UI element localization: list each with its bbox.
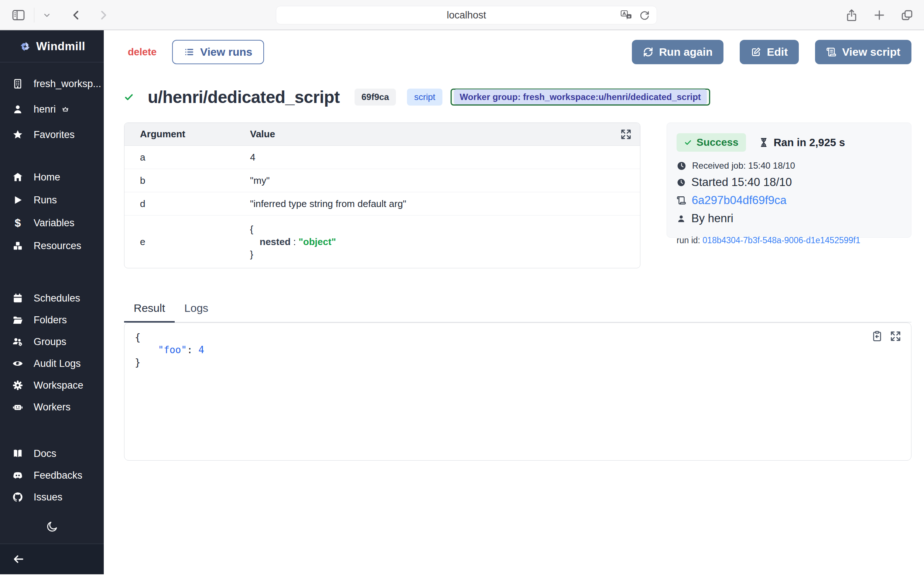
view-runs-label: View runs [200,46,252,58]
json-entry: "foo": 4 [135,344,901,356]
column-value: Value [250,129,275,140]
star-icon [12,129,23,140]
url-bar-icons [620,6,650,24]
started-row: Started 15:40 18/10 [677,176,902,189]
issues-label: Issues [33,492,62,503]
folder-icon [12,315,23,326]
delete-button[interactable]: delete [128,46,156,58]
run-id-link[interactable]: 018b4304-7b3f-548a-9006-d1e1452599f1 [703,235,860,245]
audit-logs-label: Audit Logs [33,358,81,369]
arg-value: "inferred type string from default arg" [250,198,406,210]
sidebar-item-user[interactable]: henri [0,99,104,119]
back-icon[interactable] [70,9,82,21]
list-icon [184,47,194,57]
expand-result-icon[interactable] [890,330,902,342]
translate-icon[interactable] [620,10,633,21]
play-icon [12,194,23,206]
sidebar-item-workers[interactable]: Workers [0,397,104,418]
sidebar-item-resources[interactable]: Resources [0,235,104,256]
arg-name: e [124,236,250,248]
copy-to-clipboard-icon[interactable] [871,330,883,342]
run-info-panel: Success Ran in 2,925 s Received job: 15:… [667,122,911,238]
arg-value: "my" [250,175,269,186]
tab-overview-icon[interactable] [900,8,914,22]
json-open: { [135,331,901,344]
sidebar-item-audit-logs[interactable]: Audit Logs [0,353,104,374]
table-row: d "inferred type string from default arg… [124,192,640,216]
table-row: b "my" [124,169,640,192]
edit-pencil-icon [751,47,761,57]
windmill-logo[interactable]: Windmill [0,36,104,57]
run-toolbar: delete View runs [128,40,264,64]
script-kind-badge: script [407,89,442,106]
collapse-sidebar-icon[interactable] [12,553,25,565]
edit-button[interactable]: Edit [740,40,799,64]
boxes-icon [12,240,23,251]
sidebar-item-feedbacks[interactable]: Feedbacks [0,465,104,486]
tab-logs[interactable]: Logs [175,297,218,322]
arg-name: b [124,175,250,186]
reload-icon[interactable] [639,10,650,21]
user-icon [12,104,23,115]
sidebar-item-runs[interactable]: Runs [0,190,104,210]
building-icon [12,78,23,89]
arg-name: d [124,198,250,210]
docs-label: Docs [33,448,56,459]
sidebar-item-variables[interactable]: $ Variables [0,213,104,233]
arg-value: 4 [250,152,255,163]
new-tab-icon[interactable] [873,9,886,21]
sidebar-item-favorites[interactable]: Favorites [0,124,104,145]
sidebar-item-home[interactable]: Home [0,167,104,187]
sidebar-footer [0,544,104,574]
dollar-icon: $ [12,217,23,229]
chevron-down-icon[interactable] [43,11,51,19]
browser-chrome: localhost [0,0,924,30]
run-again-label: Run again [659,46,712,58]
feedbacks-label: Feedbacks [33,470,82,481]
run-by-row: By henri [677,212,902,225]
refresh-icon [643,47,653,57]
sidebar-item-groups[interactable]: Groups [0,331,104,352]
column-argument: Argument [124,129,250,140]
run-id-label: run id: [677,235,700,245]
workers-label: Workers [33,402,70,413]
windmill-logo-text: Windmill [36,40,85,53]
home-icon [12,172,23,183]
expand-table-icon[interactable] [620,129,632,140]
share-icon[interactable] [845,8,858,22]
sidebar-divider-top [0,62,104,62]
script-hash-link[interactable]: 6a297b04df69f9ca [692,194,787,207]
sidebar-item-issues[interactable]: Issues [0,487,104,507]
sidebar-item-schedules[interactable]: Schedules [0,288,104,308]
action-buttons: Run again Edit [632,40,911,64]
moon-icon [46,520,58,533]
check-icon [684,138,692,146]
tab-result[interactable]: Result [124,297,175,322]
object-open: { [250,223,336,235]
result-box-actions [871,330,902,342]
sidebar-item-workspace[interactable]: fresh_worksp... [0,73,104,94]
sidebar-item-workspace-settings[interactable]: Workspace [0,375,104,396]
sidebar-item-folders[interactable]: Folders [0,310,104,330]
eye-icon [12,358,23,369]
sidebar-toggle-icon[interactable] [11,8,26,22]
user-icon [677,214,686,223]
view-script-button[interactable]: View script [815,40,911,64]
run-id-row: run id: 018b4304-7b3f-548a-9006-d1e14525… [677,235,902,245]
workspace-label: fresh_worksp... [33,78,101,90]
edit-label: Edit [767,46,788,58]
calendar-icon [12,293,23,304]
forward-icon[interactable] [97,9,110,21]
scroll-icon [826,47,836,57]
user-label: henri [33,104,56,115]
schedules-label: Schedules [33,293,80,304]
page-title: u/henri/dedicated_script [148,87,340,107]
windmill-logo-icon [19,40,32,53]
view-runs-button[interactable]: View runs [172,40,264,64]
theme-toggle[interactable] [0,520,104,533]
sidebar-item-docs[interactable]: Docs [0,443,104,464]
run-again-button[interactable]: Run again [632,40,723,64]
table-row: e { nested : "object" } [124,216,640,268]
arg-name: a [124,152,250,163]
url-bar[interactable]: localhost [276,6,657,24]
